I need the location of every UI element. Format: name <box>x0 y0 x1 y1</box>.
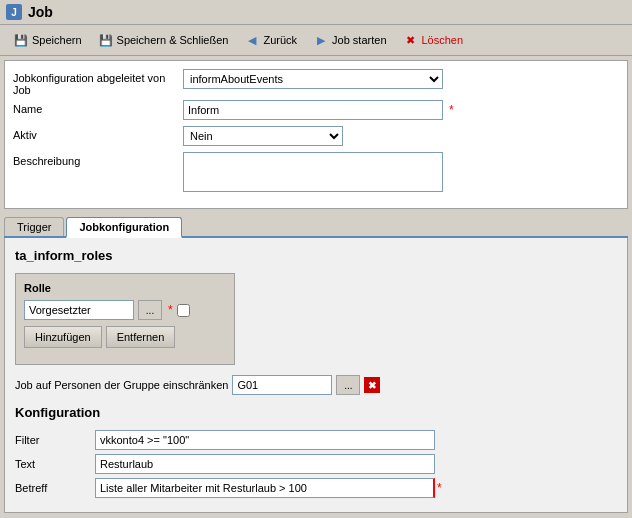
delete-icon: ✖ <box>403 32 419 48</box>
jobkonfiguration-row: Jobkonfiguration abgeleitet von Job info… <box>13 69 619 96</box>
tab-trigger[interactable]: Trigger <box>4 217 64 236</box>
beschreibung-input[interactable] <box>183 152 443 192</box>
toolbar: 💾 Speichern 💾 Speichern & Schließen ◀ Zu… <box>0 25 632 56</box>
name-required: * <box>449 103 454 117</box>
restrict-row: Job auf Personen der Gruppe einschränken… <box>15 375 617 395</box>
filter-label: Filter <box>15 434 95 446</box>
name-input[interactable] <box>183 100 443 120</box>
aktiv-select[interactable]: Nein <box>183 126 343 146</box>
rolle-checkbox[interactable] <box>177 304 190 317</box>
content-area: Jobkonfiguration abgeleitet von Job info… <box>4 60 628 209</box>
beschreibung-label: Beschreibung <box>13 152 183 167</box>
aktiv-control: Nein <box>183 126 619 146</box>
section-heading: ta_inform_roles <box>15 248 617 263</box>
save-button[interactable]: 💾 Speichern <box>6 29 89 51</box>
konfiguration-heading: Konfiguration <box>15 405 617 420</box>
betreff-input[interactable] <box>95 478 435 498</box>
tabs-bar: Trigger Jobkonfiguration <box>4 217 628 238</box>
page-title: Job <box>28 4 53 20</box>
config-row-filter: Filter <box>15 430 617 450</box>
rolle-input[interactable] <box>24 300 134 320</box>
text-input[interactable] <box>95 454 435 474</box>
save-icon: 💾 <box>13 32 29 48</box>
name-control: * <box>183 100 619 120</box>
text-label: Text <box>15 458 95 470</box>
beschreibung-control <box>183 152 619 192</box>
remove-button[interactable]: Entfernen <box>106 326 176 348</box>
aktiv-label: Aktiv <box>13 126 183 141</box>
rolle-required: * <box>168 303 173 317</box>
betreff-required: * <box>437 481 442 495</box>
start-icon: ▶ <box>313 32 329 48</box>
title-bar: J Job <box>0 0 632 25</box>
name-label: Name <box>13 100 183 115</box>
rolle-browse-button[interactable]: ... <box>138 300 162 320</box>
config-row-text: Text <box>15 454 617 474</box>
title-icon: J <box>6 4 22 20</box>
form-section: Jobkonfiguration abgeleitet von Job info… <box>13 69 619 192</box>
beschreibung-row: Beschreibung <box>13 152 619 192</box>
jobkonfiguration-label: Jobkonfiguration abgeleitet von Job <box>13 69 183 96</box>
add-button[interactable]: Hinzufügen <box>24 326 102 348</box>
tab-content: ta_inform_roles Rolle ... * Hinzufügen E… <box>4 238 628 513</box>
rolle-row: ... * <box>24 300 226 320</box>
rolle-box: Rolle ... * Hinzufügen Entfernen <box>15 273 235 365</box>
action-buttons: Hinzufügen Entfernen <box>24 326 226 348</box>
back-icon: ◀ <box>244 32 260 48</box>
restrict-clear-button[interactable]: ✖ <box>364 377 380 393</box>
rolle-label: Rolle <box>24 282 226 294</box>
restrict-label: Job auf Personen der Gruppe einschränken <box>15 379 228 391</box>
jobkonfiguration-select[interactable]: informAboutEvents <box>183 69 443 89</box>
config-row-betreff: Betreff * <box>15 478 617 498</box>
konfiguration-section: Konfiguration Filter Text Betreff * <box>15 405 617 498</box>
save-close-button[interactable]: 💾 Speichern & Schließen <box>91 29 236 51</box>
back-button[interactable]: ◀ Zurück <box>237 29 304 51</box>
jobkonfiguration-control: informAboutEvents <box>183 69 619 89</box>
betreff-label: Betreff <box>15 482 95 494</box>
start-job-button[interactable]: ▶ Job starten <box>306 29 393 51</box>
tab-jobkonfiguration[interactable]: Jobkonfiguration <box>66 217 182 238</box>
name-row: Name * <box>13 100 619 122</box>
restrict-browse-button[interactable]: ... <box>336 375 360 395</box>
aktiv-row: Aktiv Nein <box>13 126 619 148</box>
delete-button[interactable]: ✖ Löschen <box>396 29 471 51</box>
restrict-input[interactable] <box>232 375 332 395</box>
save-close-icon: 💾 <box>98 32 114 48</box>
filter-input[interactable] <box>95 430 435 450</box>
